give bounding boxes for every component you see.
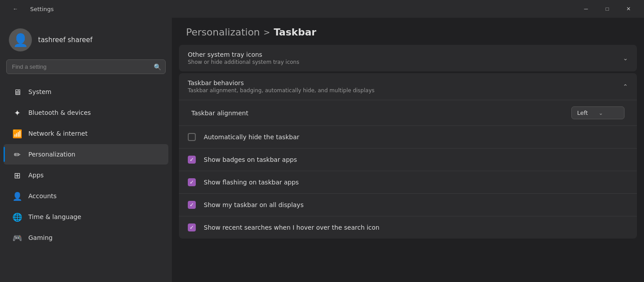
settings-body: Other system tray icons Show or hide add… <box>172 45 644 246</box>
checkbox-wrap-all-displays <box>188 200 198 210</box>
avatar-icon: 👤 <box>13 33 28 47</box>
username: tashreef shareef <box>38 36 93 44</box>
user-section: 👤 tashreef shareef <box>0 18 172 59</box>
maximize-button[interactable]: □ <box>597 2 617 16</box>
sidebar-label-accounts: Accounts <box>28 192 57 200</box>
alignment-value: Left <box>577 110 588 116</box>
system-tray-subtitle: Show or hide additional system tray icon… <box>188 59 623 65</box>
taskbar-alignment-label: Taskbar alignment <box>191 110 565 117</box>
chevron-up-icon: ⌄ <box>623 83 628 90</box>
checkbox-items-container: Automatically hide the taskbar Show badg… <box>179 125 637 239</box>
titlebar-controls: ─ □ ✕ <box>576 2 639 16</box>
taskbar-behaviors-subtitle: Taskbar alignment, badging, automaticall… <box>188 87 623 94</box>
sidebar-item-apps[interactable]: ⊞ Apps <box>4 165 168 185</box>
setting-label-all-displays: Show my taskbar on all displays <box>204 201 628 208</box>
network-icon: 📶 <box>12 129 22 138</box>
checkbox-wrap-show-flashing <box>188 177 198 187</box>
personalization-icon: ✏ <box>12 149 22 159</box>
app-body: 👤 tashreef shareef 🔍 🖥 System ✦ Bluetoot… <box>0 18 644 282</box>
system-tray-text: Other system tray icons Show or hide add… <box>188 51 623 65</box>
content-area: Personalization > Taskbar Other system t… <box>172 18 644 282</box>
sidebar-label-time: Time & language <box>28 213 81 220</box>
apps-icon: ⊞ <box>12 170 22 180</box>
setting-label-show-flashing: Show flashing on taskbar apps <box>204 179 628 186</box>
sidebar: 👤 tashreef shareef 🔍 🖥 System ✦ Bluetoot… <box>0 18 172 282</box>
sidebar-label-personalization: Personalization <box>28 151 75 158</box>
checkbox-wrap-show-badges <box>188 155 198 164</box>
avatar: 👤 <box>9 28 32 51</box>
sidebar-item-bluetooth[interactable]: ✦ Bluetooth & devices <box>4 102 168 123</box>
taskbar-alignment-row: Taskbar alignment Left ⌄ <box>179 100 637 125</box>
sidebar-item-network[interactable]: 📶 Network & internet <box>4 123 168 144</box>
close-button[interactable]: ✕ <box>618 2 639 16</box>
titlebar-left: ← Settings <box>5 2 576 16</box>
dropdown-arrow-icon: ⌄ <box>598 110 603 116</box>
chevron-down-icon: ⌄ <box>623 55 628 62</box>
setting-label-auto-hide: Automatically hide the taskbar <box>204 133 628 141</box>
search-box: 🔍 <box>6 59 166 74</box>
setting-row-show-flashing: Show flashing on taskbar apps <box>179 171 637 193</box>
sidebar-item-system[interactable]: 🖥 System <box>4 82 168 102</box>
setting-label-show-badges: Show badges on taskbar apps <box>204 156 628 163</box>
search-input[interactable] <box>6 59 166 74</box>
breadcrumb-separator: > <box>264 27 270 37</box>
sidebar-label-bluetooth: Bluetooth & devices <box>28 109 91 116</box>
gaming-icon: 🎮 <box>12 233 22 243</box>
taskbar-behaviors-header[interactable]: Taskbar behaviors Taskbar alignment, bad… <box>179 73 637 100</box>
sidebar-label-apps: Apps <box>28 172 44 179</box>
titlebar: ← Settings ─ □ ✕ <box>0 0 644 18</box>
nav-list: 🖥 System ✦ Bluetooth & devices 📶 Network… <box>0 81 172 282</box>
minimize-button[interactable]: ─ <box>576 2 596 16</box>
checkbox-all-displays[interactable] <box>188 201 196 209</box>
breadcrumb-current: Taskbar <box>274 27 316 38</box>
breadcrumb: Personalization > Taskbar <box>172 18 644 45</box>
taskbar-behaviors-section: Taskbar behaviors Taskbar alignment, bad… <box>179 73 637 239</box>
titlebar-title: Settings <box>30 6 54 12</box>
bluetooth-icon: ✦ <box>12 108 22 118</box>
taskbar-alignment-dropdown[interactable]: Left ⌄ <box>571 106 625 119</box>
time-icon: 🌐 <box>12 212 22 222</box>
checkbox-auto-hide[interactable] <box>188 133 196 141</box>
back-button[interactable]: ← <box>5 2 26 16</box>
sidebar-item-accounts[interactable]: 👤 Accounts <box>4 186 168 206</box>
setting-row-recent-search: Show recent searches when I hover over t… <box>179 216 637 239</box>
checkbox-wrap-auto-hide <box>188 132 198 142</box>
sidebar-label-network: Network & internet <box>28 130 88 137</box>
checkbox-wrap-recent-search <box>188 223 198 232</box>
setting-label-recent-search: Show recent searches when I hover over t… <box>204 224 628 231</box>
setting-row-auto-hide: Automatically hide the taskbar <box>179 125 637 148</box>
checkbox-show-badges[interactable] <box>188 156 196 164</box>
checkbox-recent-search[interactable] <box>188 223 196 231</box>
sidebar-item-time[interactable]: 🌐 Time & language <box>4 207 168 227</box>
sidebar-item-gaming[interactable]: 🎮 Gaming <box>4 227 168 248</box>
setting-row-all-displays: Show my taskbar on all displays <box>179 193 637 216</box>
system-tray-title: Other system tray icons <box>188 51 623 58</box>
system-tray-header[interactable]: Other system tray icons Show or hide add… <box>179 45 637 71</box>
sidebar-label-gaming: Gaming <box>28 234 53 241</box>
sidebar-item-personalization[interactable]: ✏ Personalization <box>4 144 168 164</box>
breadcrumb-parent: Personalization <box>186 27 260 38</box>
taskbar-behaviors-title: Taskbar behaviors <box>188 79 623 86</box>
checkbox-show-flashing[interactable] <box>188 178 196 186</box>
accounts-icon: 👤 <box>12 191 22 201</box>
taskbar-behaviors-text: Taskbar behaviors Taskbar alignment, bad… <box>188 79 623 94</box>
system-tray-section: Other system tray icons Show or hide add… <box>179 45 637 71</box>
sidebar-label-system: System <box>28 88 51 95</box>
system-icon: 🖥 <box>12 87 22 97</box>
setting-row-show-badges: Show badges on taskbar apps <box>179 148 637 171</box>
